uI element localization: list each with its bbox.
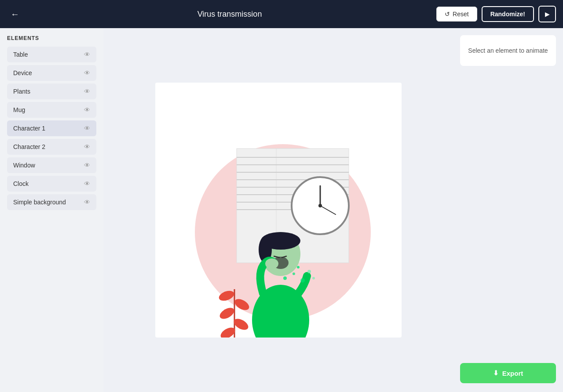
sidebar-item-label: Table (13, 51, 28, 58)
canvas-frame (155, 83, 402, 338)
randomize-button[interactable]: Randomize! (482, 6, 534, 22)
visibility-icon[interactable]: 👁 (84, 143, 90, 150)
sidebar-item-character2[interactable]: Character 2👁 (7, 139, 96, 155)
svg-point-38 (265, 258, 278, 269)
svg-point-42 (297, 266, 300, 269)
page-title: Virus transmission (23, 10, 436, 19)
visibility-icon[interactable]: 👁 (84, 88, 90, 95)
sidebar-item-label: Window (13, 162, 35, 169)
elements-heading: ELEMENTS (7, 35, 96, 41)
back-button[interactable]: ← (7, 6, 23, 22)
topbar: ← Virus transmission ↺ Reset Randomize! … (0, 0, 563, 28)
main-content: ELEMENTS Table👁Device👁Plants👁Mug👁Charact… (0, 28, 563, 392)
sidebar-item-label: Mug (13, 106, 25, 113)
svg-point-44 (312, 277, 315, 279)
visibility-icon[interactable]: 👁 (84, 125, 90, 132)
svg-point-40 (292, 272, 295, 275)
right-panel: Select an element to animate ⬇ Export (453, 28, 563, 392)
svg-point-39 (283, 276, 287, 280)
visibility-icon[interactable]: 👁 (84, 180, 90, 187)
sidebar-item-character1[interactable]: Character 1👁 (7, 120, 96, 136)
select-element-prompt: Select an element to animate (460, 35, 556, 66)
visibility-icon[interactable]: 👁 (84, 162, 90, 169)
visibility-icon[interactable]: 👁 (84, 69, 90, 76)
sidebar-item-device[interactable]: Device👁 (7, 65, 96, 81)
sidebar-item-clock[interactable]: Clock👁 (7, 176, 96, 192)
illustration (155, 83, 402, 338)
play-button[interactable]: ▶ (538, 6, 556, 22)
elements-list: Table👁Device👁Plants👁Mug👁Character 1👁Char… (7, 47, 96, 210)
sidebar-item-mug[interactable]: Mug👁 (7, 102, 96, 118)
sidebar-item-label: Character 2 (13, 143, 45, 150)
sidebar-item-label: Device (13, 69, 32, 76)
visibility-icon[interactable]: 👁 (84, 106, 90, 113)
sidebar-item-label: Simple background (13, 199, 66, 206)
svg-point-43 (307, 270, 311, 273)
sidebar-item-plants[interactable]: Plants👁 (7, 83, 96, 99)
svg-point-41 (300, 278, 305, 283)
svg-point-26 (218, 305, 236, 321)
sidebar-item-label: Clock (13, 180, 29, 187)
play-icon: ▶ (545, 11, 550, 18)
reset-icon: ↺ (445, 11, 450, 18)
export-icon: ⬇ (493, 369, 499, 377)
visibility-icon[interactable]: 👁 (84, 51, 90, 58)
sidebar-item-simple-bg[interactable]: Simple background👁 (7, 194, 96, 210)
sidebar-item-label: Plants (13, 88, 30, 95)
canvas-area (103, 28, 453, 392)
reset-button[interactable]: ↺ Reset (436, 7, 477, 22)
export-button[interactable]: ⬇ Export (460, 363, 556, 383)
sidebar: ELEMENTS Table👁Device👁Plants👁Mug👁Charact… (0, 28, 103, 392)
visibility-icon[interactable]: 👁 (84, 199, 90, 206)
sidebar-item-table[interactable]: Table👁 (7, 47, 96, 62)
sidebar-item-window[interactable]: Window👁 (7, 157, 96, 173)
sidebar-item-label: Character 1 (13, 125, 45, 132)
topbar-actions: ↺ Reset Randomize! ▶ (436, 6, 556, 22)
